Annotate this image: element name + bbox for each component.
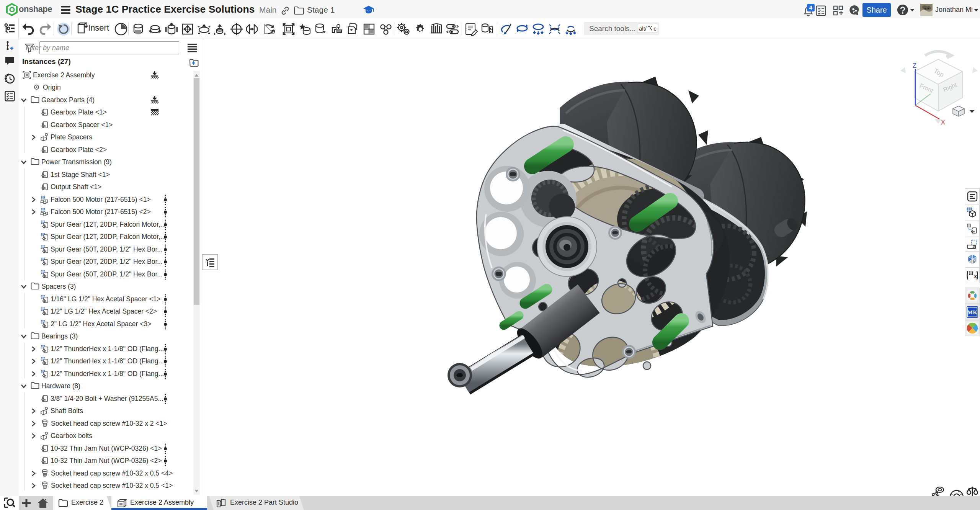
svg-text:4: 4 xyxy=(809,4,813,11)
svg-text:Z: Z xyxy=(913,62,916,69)
svg-text:MK: MK xyxy=(967,309,977,315)
svg-text:X: X xyxy=(941,119,945,126)
svg-text:x: x xyxy=(973,272,977,280)
